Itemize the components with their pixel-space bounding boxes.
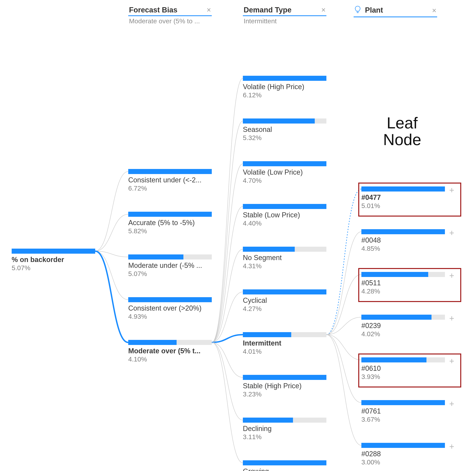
forecast-bias-node-1[interactable]: Accurate (5% to -5%)5.82% bbox=[128, 212, 212, 235]
demand-type-node-2-bar bbox=[243, 161, 326, 166]
demand-type-node-5-value: 4.27% bbox=[243, 305, 326, 313]
demand-type-node-8-label: Declining bbox=[243, 425, 326, 433]
forecast-bias-node-3-bar bbox=[128, 297, 212, 302]
plant-node-0-bar bbox=[361, 186, 445, 191]
header-selected-value: Intermittent bbox=[243, 16, 326, 25]
demand-type-node-0-bar bbox=[243, 76, 326, 81]
header-forecast-bias[interactable]: Forecast Bias × Moderate over (5% to ... bbox=[128, 6, 212, 25]
root-node[interactable]: % on backorder5.07% bbox=[12, 249, 95, 272]
demand-type-node-7-value: 3.23% bbox=[243, 390, 326, 398]
forecast-bias-node-3[interactable]: Consistent over (>20%)4.93% bbox=[128, 297, 212, 320]
forecast-bias-node-2-bar bbox=[128, 254, 212, 259]
demand-type-node-3[interactable]: Stable (Low Price)4.40% bbox=[243, 204, 326, 227]
demand-type-node-1-bar bbox=[243, 118, 326, 123]
forecast-bias-node-2-label: Moderate under (-5% ... bbox=[128, 261, 212, 269]
demand-type-node-9-label: Growing bbox=[243, 467, 326, 471]
expand-icon[interactable]: + bbox=[449, 442, 454, 451]
forecast-bias-node-0[interactable]: Consistent under (<-2...6.72% bbox=[128, 169, 212, 192]
forecast-bias-node-3-label: Consistent over (>20%) bbox=[128, 304, 212, 312]
plant-node-4-bar bbox=[361, 357, 445, 362]
plant-node-5-label: #0761 bbox=[361, 407, 445, 415]
plant-node-1-value: 4.85% bbox=[361, 245, 445, 252]
plant-node-5-value: 3.67% bbox=[361, 416, 445, 423]
demand-type-node-9[interactable]: Growing3.08% bbox=[243, 460, 326, 471]
header-plant[interactable]: Plant × bbox=[354, 6, 437, 17]
demand-type-node-0-value: 6.12% bbox=[243, 91, 326, 99]
forecast-bias-node-1-value: 5.82% bbox=[128, 227, 212, 235]
demand-type-node-7-bar bbox=[243, 375, 326, 380]
plant-node-1-label: #0048 bbox=[361, 236, 445, 244]
forecast-bias-node-1-label: Accurate (5% to -5%) bbox=[128, 219, 212, 227]
header-demand-type[interactable]: Demand Type × Intermittent bbox=[243, 6, 326, 25]
demand-type-node-5[interactable]: Cyclical4.27% bbox=[243, 289, 326, 313]
plant-node-3[interactable]: #02394.02%+ bbox=[361, 315, 445, 338]
demand-type-node-5-bar bbox=[243, 289, 326, 294]
demand-type-node-9-bar bbox=[243, 460, 326, 465]
plant-node-1[interactable]: #00484.85%+ bbox=[361, 229, 445, 252]
demand-type-node-8-bar bbox=[243, 418, 326, 423]
forecast-bias-node-4[interactable]: Moderate over (5% t...4.10% bbox=[128, 340, 212, 363]
demand-type-node-1[interactable]: Seasonal5.32% bbox=[243, 118, 326, 142]
plant-node-6-value: 3.00% bbox=[361, 458, 445, 466]
plant-node-4-value: 3.93% bbox=[361, 373, 445, 381]
demand-type-node-2-value: 4.70% bbox=[243, 177, 326, 184]
plant-node-6-bar bbox=[361, 443, 445, 448]
forecast-bias-node-2-value: 5.07% bbox=[128, 270, 212, 278]
root-node-bar bbox=[12, 249, 95, 254]
demand-type-node-2-label: Volatile (Low Price) bbox=[243, 168, 326, 176]
bulb-icon bbox=[354, 6, 361, 15]
demand-type-node-4-value: 4.31% bbox=[243, 262, 326, 270]
close-icon[interactable]: × bbox=[207, 6, 211, 14]
forecast-bias-node-1-bar bbox=[128, 212, 212, 217]
expand-icon[interactable]: + bbox=[449, 185, 454, 195]
plant-node-0[interactable]: #04775.01%+ bbox=[361, 186, 445, 210]
demand-type-node-4[interactable]: No Segment4.31% bbox=[243, 247, 326, 270]
header-label: Plant bbox=[354, 6, 383, 15]
root-node-label: % on backorder bbox=[12, 256, 95, 264]
expand-icon[interactable]: + bbox=[449, 228, 454, 238]
demand-type-node-1-label: Seasonal bbox=[243, 125, 326, 134]
plant-node-2[interactable]: #05114.28%+ bbox=[361, 272, 445, 295]
plant-node-5-bar bbox=[361, 400, 445, 405]
demand-type-node-0[interactable]: Volatile (High Price)6.12% bbox=[243, 76, 326, 99]
annotation: Leaf Node bbox=[377, 115, 427, 148]
expand-icon[interactable]: + bbox=[449, 314, 454, 323]
demand-type-node-6[interactable]: Intermittent4.01% bbox=[243, 332, 326, 355]
expand-icon[interactable]: + bbox=[449, 271, 454, 281]
plant-node-3-bar bbox=[361, 315, 445, 320]
header-selected-value: Moderate over (5% to ... bbox=[128, 16, 212, 25]
plant-node-3-value: 4.02% bbox=[361, 330, 445, 338]
demand-type-node-6-label: Intermittent bbox=[243, 339, 326, 347]
plant-node-6[interactable]: #02883.00%+ bbox=[361, 443, 445, 466]
header-label: Forecast Bias bbox=[129, 6, 177, 14]
demand-type-node-2[interactable]: Volatile (Low Price)4.70% bbox=[243, 161, 326, 184]
demand-type-node-5-label: Cyclical bbox=[243, 296, 326, 304]
expand-icon[interactable]: + bbox=[449, 356, 454, 366]
plant-node-4[interactable]: #06103.93%+ bbox=[361, 357, 445, 381]
plant-node-4-label: #0610 bbox=[361, 364, 445, 372]
plant-node-5[interactable]: #07613.67%+ bbox=[361, 400, 445, 423]
plant-node-0-value: 5.01% bbox=[361, 202, 445, 210]
plant-node-0-label: #0477 bbox=[361, 193, 445, 202]
forecast-bias-node-0-bar bbox=[128, 169, 212, 174]
demand-type-node-4-label: No Segment bbox=[243, 254, 326, 262]
forecast-bias-node-0-label: Consistent under (<-2... bbox=[128, 176, 212, 184]
plant-node-2-bar bbox=[361, 272, 445, 277]
plant-node-2-value: 4.28% bbox=[361, 287, 445, 295]
forecast-bias-node-3-value: 4.93% bbox=[128, 313, 212, 320]
demand-type-node-8[interactable]: Declining3.11% bbox=[243, 418, 326, 441]
demand-type-node-6-value: 4.01% bbox=[243, 348, 326, 355]
expand-icon[interactable]: + bbox=[449, 399, 454, 409]
demand-type-node-4-bar bbox=[243, 247, 326, 252]
forecast-bias-node-4-bar bbox=[128, 340, 212, 345]
close-icon[interactable]: × bbox=[432, 6, 436, 15]
demand-type-node-6-bar bbox=[243, 332, 326, 337]
demand-type-node-3-label: Stable (Low Price) bbox=[243, 211, 326, 219]
forecast-bias-node-4-label: Moderate over (5% t... bbox=[128, 347, 212, 355]
root-node-value: 5.07% bbox=[12, 264, 95, 272]
demand-type-node-3-bar bbox=[243, 204, 326, 209]
forecast-bias-node-2[interactable]: Moderate under (-5% ...5.07% bbox=[128, 254, 212, 278]
close-icon[interactable]: × bbox=[321, 6, 326, 14]
demand-type-node-7[interactable]: Stable (High Price)3.23% bbox=[243, 375, 326, 398]
header-label: Demand Type bbox=[244, 6, 291, 14]
